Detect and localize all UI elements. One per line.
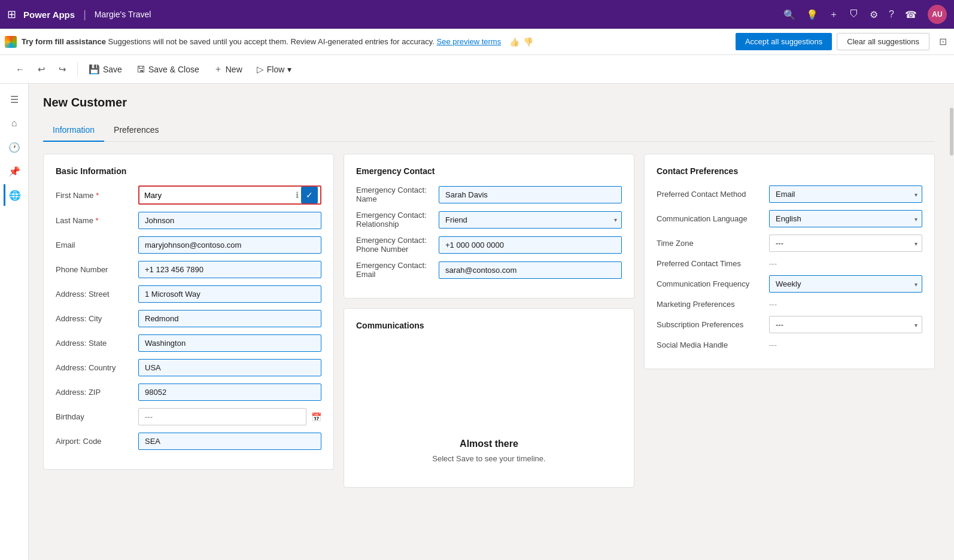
ec-phone-label: Emergency Contact: Phone Number — [356, 236, 434, 254]
save-close-icon: 🖫 — [136, 64, 145, 74]
help-icon[interactable]: ? — [889, 9, 894, 20]
info-icon[interactable]: ℹ — [296, 190, 299, 200]
last-name-label: Last Name — [56, 216, 133, 225]
scrollbar-thumb[interactable] — [950, 108, 953, 156]
sidebar-item-menu[interactable]: ☰ — [4, 89, 25, 110]
thumbs-up-icon[interactable]: 👍 — [509, 37, 519, 47]
state-input[interactable] — [138, 334, 321, 352]
save-button[interactable]: 💾 Save — [83, 60, 128, 78]
tab-preferences[interactable]: Preferences — [104, 119, 168, 142]
first-name-confirm-button[interactable]: ✓ — [301, 187, 318, 203]
city-input[interactable] — [138, 310, 321, 327]
back-icon: ← — [16, 64, 25, 74]
subscription-select[interactable]: --- — [769, 316, 922, 333]
new-button[interactable]: ＋ New — [208, 60, 248, 78]
subscription-wrapper: --- ▾ — [769, 316, 922, 333]
pref-method-wrapper: Email ▾ — [769, 185, 922, 203]
save-close-button[interactable]: 🖫 Save & Close — [130, 60, 205, 78]
first-name-field-wrapper: ℹ ✓ — [138, 185, 321, 205]
redo-icon: ↪ — [59, 64, 66, 75]
last-name-input[interactable] — [138, 212, 321, 229]
timezone-wrapper: --- ▾ — [769, 235, 922, 252]
zip-label: Address: ZIP — [56, 388, 133, 397]
tab-bar: Information Preferences — [43, 119, 935, 142]
lightbulb-icon[interactable]: 💡 — [806, 9, 818, 20]
preferred-method-select[interactable]: Email — [769, 185, 922, 203]
sidebar-item-recent[interactable]: 🕐 — [4, 136, 25, 158]
ec-phone-row: Emergency Contact: Phone Number — [356, 236, 622, 254]
app-name: Margie's Travel — [95, 10, 151, 19]
thumbs-feedback: 👍 👎 — [509, 37, 533, 47]
preview-terms-link[interactable]: See preview terms — [436, 37, 501, 46]
first-name-label: First Name — [56, 191, 133, 200]
almost-there-heading: Almost there — [356, 439, 622, 449]
sidebar-item-data[interactable]: 🌐 — [4, 184, 25, 206]
country-input[interactable] — [138, 359, 321, 376]
email-row: Email — [56, 236, 321, 254]
back-button[interactable]: ← — [10, 60, 31, 78]
ai-banner: Try form fill assistance Suggestions wil… — [0, 29, 954, 55]
ec-name-label: Emergency Contact: Name — [356, 185, 434, 203]
language-wrapper: English ▾ — [769, 210, 922, 227]
toolbar-nav: ← ↩ ↪ — [10, 60, 72, 78]
phone-input[interactable] — [138, 261, 321, 278]
toolbar-separator-1 — [77, 62, 78, 77]
filter-icon[interactable]: ⛉ — [849, 9, 859, 20]
app-grid-button[interactable]: ⊞ — [7, 8, 16, 21]
accept-all-button[interactable]: Accept all suggestions — [736, 33, 832, 50]
airport-input[interactable] — [138, 433, 321, 450]
phone-icon[interactable]: ☎ — [905, 9, 917, 20]
email-input[interactable] — [138, 236, 321, 254]
add-icon[interactable]: ＋ — [829, 8, 838, 21]
street-input[interactable] — [138, 285, 321, 303]
zip-input[interactable] — [138, 384, 321, 401]
timezone-row: Time Zone --- ▾ — [657, 235, 922, 252]
flow-dropdown-icon: ▾ — [287, 65, 291, 74]
country-row: Address: Country — [56, 359, 321, 376]
birthday-row: Birthday 📅 — [56, 408, 321, 425]
pref-method-row: Preferred Contact Method Email ▾ — [657, 185, 922, 203]
street-label: Address: Street — [56, 290, 133, 299]
language-select[interactable]: English — [769, 210, 922, 227]
sidebar-item-pinned[interactable]: 📌 — [4, 160, 25, 182]
frequency-select[interactable]: Weekly — [769, 275, 922, 293]
page-title: New Customer — [43, 96, 935, 109]
emergency-title: Emergency Contact — [356, 166, 622, 176]
last-name-row: Last Name — [56, 212, 321, 229]
ec-phone-input[interactable] — [439, 236, 622, 254]
ec-email-input[interactable] — [439, 261, 622, 279]
clear-all-button[interactable]: Clear all suggestions — [837, 33, 929, 50]
sidebar-item-home[interactable]: ⌂ — [4, 112, 25, 134]
first-name-input[interactable] — [139, 187, 296, 203]
banner-collapse-icon[interactable]: ⊡ — [939, 36, 947, 47]
thumbs-down-icon[interactable]: 👎 — [523, 37, 533, 47]
search-icon[interactable]: 🔍 — [783, 9, 795, 20]
ec-name-input[interactable] — [439, 186, 622, 203]
redo-button[interactable]: ↪ — [53, 60, 72, 78]
subscription-row: Subscription Preferences --- ▾ — [657, 316, 922, 333]
flow-button[interactable]: ▷ Flow ▾ — [251, 60, 298, 78]
top-nav-right: 🔍 💡 ＋ ⛉ ⚙ ? ☎ AU — [783, 5, 947, 24]
toolbar: ← ↩ ↪ 💾 Save 🖫 Save & Close ＋ New ▷ Flow… — [0, 55, 954, 84]
birthday-label: Birthday — [56, 412, 133, 421]
airport-label: Airport: Code — [56, 437, 133, 446]
ec-name-row: Emergency Contact: Name — [356, 185, 622, 203]
undo-button[interactable]: ↩ — [32, 60, 51, 78]
birthday-input[interactable] — [138, 408, 306, 425]
frequency-wrapper: Weekly ▾ — [769, 275, 922, 293]
airport-row: Airport: Code — [56, 433, 321, 450]
tab-information[interactable]: Information — [43, 119, 104, 142]
brand-name: Power Apps — [23, 10, 75, 20]
ec-email-row: Emergency Contact: Email — [356, 261, 622, 279]
ec-relationship-select[interactable]: Friend — [439, 211, 622, 229]
app-layout: ☰ ⌂ 🕐 📌 🌐 New Customer Information Prefe… — [0, 84, 954, 560]
contact-prefs-section: Contact Preferences Preferred Contact Me… — [644, 154, 935, 369]
timezone-select[interactable]: --- — [769, 235, 922, 252]
undo-icon: ↩ — [38, 64, 45, 75]
emergency-contact-section: Emergency Contact Emergency Contact: Nam… — [344, 154, 634, 299]
almost-there-text: Select Save to see your timeline. — [356, 454, 622, 463]
phone-row: Phone Number — [56, 261, 321, 278]
user-avatar[interactable]: AU — [928, 5, 947, 24]
calendar-icon[interactable]: 📅 — [311, 412, 321, 422]
settings-icon[interactable]: ⚙ — [870, 9, 878, 20]
